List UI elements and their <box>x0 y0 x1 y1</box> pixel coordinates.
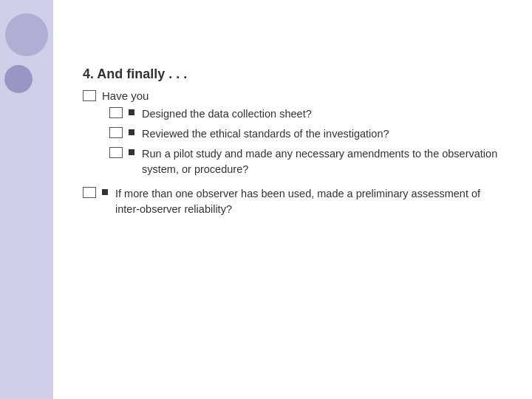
have-you-line: Have you <box>83 89 502 102</box>
checkbox-last <box>83 187 96 198</box>
sidebar <box>0 0 53 399</box>
have-you-label: Have you <box>102 89 149 102</box>
bullet-text-3: Run a pilot study and made any necessary… <box>142 146 502 177</box>
decorative-circle-small <box>4 65 33 93</box>
checkbox-have-you <box>83 90 96 101</box>
bullet-square-icon <box>129 109 134 115</box>
last-bullet-text: If more than one observer has been used,… <box>115 186 502 217</box>
bullet-square-icon <box>129 129 134 135</box>
bullet-list: Designed the data collection sheet? Revi… <box>109 106 502 177</box>
list-item: Run a pilot study and made any necessary… <box>109 146 502 177</box>
checkbox-2 <box>109 127 123 138</box>
decorative-circle-large <box>5 13 48 56</box>
list-item: Designed the data collection sheet? <box>109 106 502 122</box>
bullet-square-icon-last <box>102 189 108 195</box>
last-bullet-row: If more than one observer has been used,… <box>83 186 502 217</box>
main-content: 4. And finally . . . Have you Designed t… <box>53 0 532 399</box>
section-heading: 4. And finally . . . <box>83 66 502 82</box>
list-item: Reviewed the ethical standards of the in… <box>109 126 502 142</box>
checkbox-1 <box>109 107 123 118</box>
bullet-square-icon <box>129 149 134 155</box>
bullet-text-2: Reviewed the ethical standards of the in… <box>142 126 502 142</box>
bullet-text-1: Designed the data collection sheet? <box>142 106 502 122</box>
checkbox-3 <box>109 147 123 158</box>
